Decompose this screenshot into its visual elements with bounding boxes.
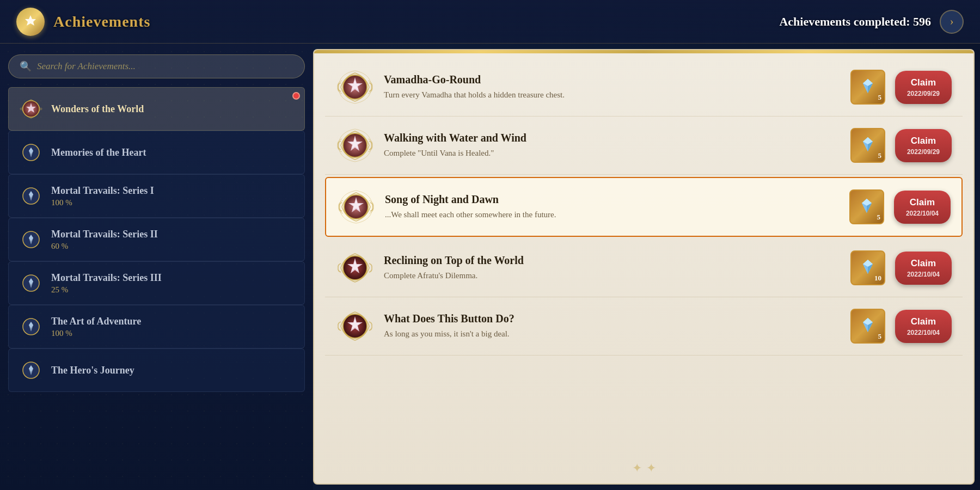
claim-label: Claim: [911, 258, 936, 269]
reward-amount: 5: [878, 151, 881, 160]
achievement-name: Walking with Water and Wind: [384, 132, 841, 144]
achievement-name: Vamadha-Go-Round: [384, 74, 841, 86]
search-placeholder: Search for Achievements...: [37, 61, 136, 72]
achievement-desc: Complete "Until Vana is Healed.": [384, 148, 841, 159]
achievement-reward: 5: [850, 309, 885, 344]
sidebar-item-label: The Art of Adventure: [51, 316, 295, 327]
achievement-badge: [336, 249, 374, 287]
achievement-list: Vamadha-Go-Round Turn every Vamadha that…: [314, 50, 973, 483]
claim-button[interactable]: Claim 2022/10/04: [894, 191, 951, 224]
sidebar-item-memories-of-the-heart[interactable]: Memories of the Heart: [8, 131, 305, 174]
sidebar-item-text: The Art of Adventure 100 %: [51, 316, 295, 338]
claim-date: 2022/10/04: [907, 271, 940, 278]
reward-gem-icon: [859, 77, 877, 98]
sidebar-item-percent: 25 %: [51, 285, 295, 295]
close-button[interactable]: ›: [940, 10, 964, 34]
bottom-stars: ✦ ✦: [632, 461, 656, 475]
claim-button[interactable]: Claim 2022/09/29: [895, 129, 952, 162]
sidebar-item-mortal-travails-1[interactable]: Mortal Travails: Series I 100 %: [8, 174, 305, 218]
sidebar: 🔍 Search for Achievements... Wonders of …: [0, 44, 313, 490]
achievement-row-walking-water-wind[interactable]: Walking with Water and Wind Complete "Un…: [325, 117, 963, 175]
sidebar-item-text: Wonders of the World: [51, 103, 295, 115]
reward-amount: 10: [874, 274, 881, 283]
achievement-reward: 10: [850, 250, 885, 285]
sidebar-item-wonders-of-the-world[interactable]: Wonders of the World: [8, 87, 305, 131]
sidebar-item-icon: [19, 96, 44, 121]
achievement-info: What Does This Button Do? As long as you…: [384, 313, 841, 340]
sidebar-item-icon: [19, 358, 44, 383]
reward-gem-icon: [857, 197, 876, 218]
claim-button[interactable]: Claim 2022/10/04: [895, 310, 952, 343]
sidebar-item-text: The Hero's Journey: [51, 365, 295, 376]
sidebar-item-text: Mortal Travails: Series II 60 %: [51, 229, 295, 251]
achievement-badge: [336, 68, 374, 106]
sidebar-item-label: Mortal Travails: Series I: [51, 185, 295, 197]
achievement-badge: [337, 188, 375, 226]
achievements-count: 596: [913, 15, 931, 28]
sidebar-item-percent: 100 %: [51, 329, 295, 338]
sidebar-item-percent: 60 %: [51, 242, 295, 251]
claim-button[interactable]: Claim 2022/09/29: [895, 71, 952, 104]
main-container: 🔍 Search for Achievements... Wonders of …: [0, 44, 980, 490]
achievement-badge: [336, 126, 374, 164]
achievement-name: Song of Night and Dawn: [385, 193, 840, 206]
sidebar-item-heros-journey[interactable]: The Hero's Journey: [8, 348, 305, 392]
reward-amount: 5: [878, 332, 881, 341]
claim-button[interactable]: Claim 2022/10/04: [895, 252, 952, 285]
search-icon: 🔍: [20, 60, 32, 72]
achievement-row-song-night-dawn[interactable]: Song of Night and Dawn ...We shall meet …: [325, 177, 963, 237]
achievements-completed-label: Achievements completed: 596: [779, 15, 931, 29]
sidebar-item-label: Wonders of the World: [51, 103, 295, 115]
achievement-reward: 5: [850, 128, 885, 163]
achievement-row-vamadha-go-round[interactable]: Vamadha-Go-Round Turn every Vamadha that…: [325, 58, 963, 117]
claim-label: Claim: [911, 136, 936, 146]
achievement-info: Vamadha-Go-Round Turn every Vamadha that…: [384, 74, 841, 101]
sidebar-item-text: Mortal Travails: Series III 25 %: [51, 272, 295, 295]
sidebar-item-label: The Hero's Journey: [51, 365, 295, 376]
claim-date: 2022/09/29: [907, 90, 940, 97]
claim-date: 2022/09/29: [907, 148, 940, 156]
sidebar-item-text: Mortal Travails: Series I 100 %: [51, 185, 295, 207]
sidebar-item-icon: [19, 314, 44, 339]
reward-gem-icon: [859, 135, 877, 156]
achievement-reward: 5: [849, 189, 884, 224]
achievement-reward: 5: [850, 70, 885, 105]
achievement-desc: As long as you miss, it isn't a big deal…: [384, 328, 841, 340]
achievement-name: Reclining on Top of the World: [384, 254, 841, 267]
header-right: Achievements completed: 596 ›: [779, 10, 964, 34]
claim-label: Claim: [911, 316, 936, 327]
achievement-row-what-does-button-do[interactable]: What Does This Button Do? As long as you…: [325, 297, 963, 356]
star-1: ✦: [632, 461, 642, 475]
sidebar-item-label: Mortal Travails: Series II: [51, 229, 295, 240]
achievements-completed-text: Achievements completed:: [779, 15, 910, 28]
sidebar-item-icon: [19, 183, 44, 209]
sidebar-item-icon: [19, 227, 44, 252]
claim-date: 2022/10/04: [906, 210, 939, 217]
header: Achievements Achievements completed: 596…: [0, 0, 980, 44]
sidebar-item-label: Memories of the Heart: [51, 147, 295, 158]
star-2: ✦: [646, 461, 656, 475]
sidebar-item-icon: [19, 140, 44, 165]
claim-label: Claim: [910, 197, 935, 208]
sidebar-items-container: Wonders of the World Memories of the Hea…: [8, 87, 305, 392]
content-panel: Vamadha-Go-Round Turn every Vamadha that…: [313, 49, 975, 485]
achievement-row-reclining-top-world[interactable]: Reclining on Top of the World Complete A…: [325, 239, 963, 297]
claim-label: Claim: [911, 77, 936, 88]
achievement-desc: Turn every Vamadha that holds a hidden t…: [384, 89, 841, 101]
sidebar-item-percent: 100 %: [51, 198, 295, 207]
sidebar-item-art-of-adventure[interactable]: The Art of Adventure 100 %: [8, 305, 305, 348]
notification-dot: [292, 92, 300, 100]
page-title: Achievements: [53, 13, 150, 30]
achievement-info: Song of Night and Dawn ...We shall meet …: [385, 193, 840, 220]
sidebar-item-mortal-travails-3[interactable]: Mortal Travails: Series III 25 %: [8, 261, 305, 305]
achievement-desc: Complete Afratu's Dilemma.: [384, 270, 841, 281]
achievement-name: What Does This Button Do?: [384, 313, 841, 325]
header-left: Achievements: [16, 8, 150, 36]
achievement-badge: [336, 307, 374, 345]
reward-amount: 5: [878, 93, 881, 102]
sidebar-item-mortal-travails-2[interactable]: Mortal Travails: Series II 60 %: [8, 218, 305, 261]
achievement-info: Walking with Water and Wind Complete "Un…: [384, 132, 841, 159]
sidebar-item-text: Memories of the Heart: [51, 147, 295, 158]
achievement-info: Reclining on Top of the World Complete A…: [384, 254, 841, 281]
search-bar[interactable]: 🔍 Search for Achievements...: [8, 54, 305, 78]
